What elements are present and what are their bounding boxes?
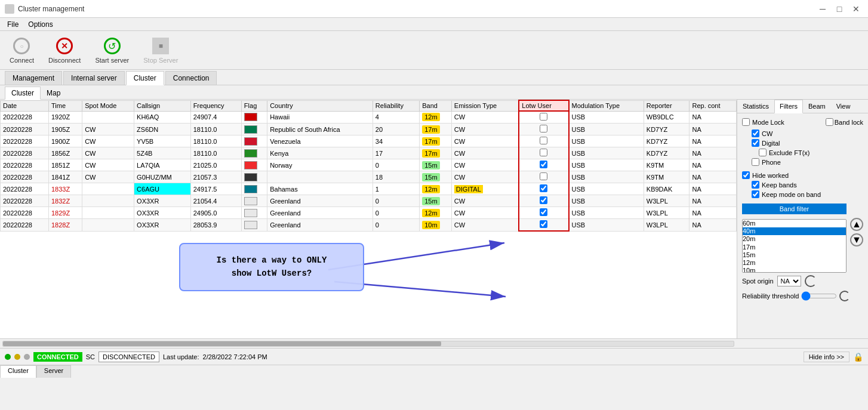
- rp-tab-view[interactable]: View: [831, 100, 856, 113]
- rp-tab-filters[interactable]: Filters: [774, 100, 803, 113]
- spot-mode-cell: CW: [82, 171, 134, 183]
- hide-worked-label: Hide worked: [752, 172, 789, 179]
- lotw-checkbox[interactable]: [540, 149, 547, 156]
- col-modulation-type[interactable]: Modulation Type: [569, 100, 644, 111]
- app-icon: [5, 4, 14, 14]
- reliability-refresh-icon[interactable]: [839, 291, 850, 301]
- mode-lock-checkbox[interactable]: [742, 118, 750, 126]
- lotw-checkbox[interactable]: [540, 113, 547, 121]
- refresh-icon[interactable]: [805, 275, 817, 287]
- reporter-cell: KD7YZ: [644, 147, 690, 159]
- menu-options[interactable]: Options: [23, 19, 57, 29]
- flag-cell: [241, 124, 267, 135]
- minimize-button[interactable]: ─: [815, 3, 830, 15]
- lotw-checkbox[interactable]: [540, 184, 547, 192]
- sub-tab-map[interactable]: Map: [41, 87, 66, 99]
- col-rep-cont[interactable]: Rep. cont: [690, 100, 737, 111]
- menu-file[interactable]: File: [2, 19, 23, 29]
- horizontal-scrollbar[interactable]: [0, 338, 868, 348]
- lotw-checkbox[interactable]: [540, 208, 547, 216]
- frequency-cell: 18110.0: [190, 147, 241, 159]
- lotw-checkbox[interactable]: [540, 220, 547, 228]
- spot-mode-cell: CW: [82, 159, 134, 171]
- maximize-button[interactable]: □: [832, 3, 847, 15]
- bottom-tab-cluster[interactable]: Cluster: [0, 365, 36, 378]
- lotw-checkbox[interactable]: [540, 172, 547, 180]
- modulation-cell: USB: [569, 111, 644, 124]
- band-lock-checkbox[interactable]: [826, 118, 833, 126]
- digital-label: Digital: [762, 140, 780, 147]
- reliability-cell: 1: [373, 183, 419, 195]
- col-reliability[interactable]: Reliability: [373, 100, 419, 111]
- keep-mode-on-band-checkbox[interactable]: [752, 190, 759, 198]
- band-filter-button[interactable]: Band filter: [742, 204, 847, 214]
- disconnect-button[interactable]: ✕ Disconnect: [44, 34, 85, 66]
- hide-info-button[interactable]: Hide info >>: [804, 352, 849, 362]
- flag-cell: [241, 111, 267, 124]
- tab-connection[interactable]: Connection: [165, 71, 217, 85]
- bottom-tab-server[interactable]: Server: [36, 365, 71, 378]
- table-row: 202202281833ZC6AGU24917.5Bahamas112mDIGI…: [1, 183, 737, 195]
- phone-checkbox[interactable]: [752, 158, 759, 166]
- col-spot-mode[interactable]: Spot Mode: [82, 100, 134, 111]
- scroll-down-icon[interactable]: ▼: [850, 233, 863, 246]
- lotw-checkbox[interactable]: [540, 125, 547, 132]
- band-option-40m[interactable]: 40m: [743, 227, 846, 235]
- modulation-cell: USB: [569, 124, 644, 135]
- band-cell: 17m: [420, 135, 452, 147]
- col-frequency[interactable]: Frequency: [190, 100, 241, 111]
- emission-cell: CW: [451, 195, 519, 207]
- table-row: 202202281900ZCWYV5B18110.0Venezuela3417m…: [1, 135, 737, 147]
- band-option-15m[interactable]: 15m: [743, 251, 846, 259]
- band-option-60m[interactable]: 60m: [743, 220, 846, 227]
- exclude-ftx-label: Exclude FT(x): [769, 149, 809, 156]
- table-row: 202202281832ZOX3XR21054.4Greenland015mCW…: [1, 195, 737, 207]
- tab-management[interactable]: Management: [5, 71, 62, 85]
- col-time[interactable]: Time: [48, 100, 82, 111]
- band-option-17m[interactable]: 17m: [743, 243, 846, 251]
- lotw-cell: [519, 219, 568, 232]
- cw-checkbox[interactable]: [752, 130, 759, 137]
- band-option-20m[interactable]: 20m: [743, 235, 846, 243]
- col-date[interactable]: Date: [1, 100, 49, 111]
- reliability-slider[interactable]: [801, 291, 837, 301]
- keep-mode-on-band-label: Keep mode on band: [762, 191, 821, 198]
- col-callsign[interactable]: Callsign: [134, 100, 191, 111]
- band-filter-select[interactable]: 60m 40m 20m 17m 15m 12m 10m: [742, 219, 847, 273]
- band-option-10m[interactable]: 10m: [743, 267, 846, 273]
- col-flag[interactable]: Flag: [241, 100, 267, 111]
- scroll-up-icon[interactable]: ▲: [850, 218, 863, 231]
- lotw-checkbox[interactable]: [540, 196, 547, 204]
- tab-cluster[interactable]: Cluster: [126, 71, 164, 85]
- lotw-cell: [519, 135, 568, 147]
- bottom-tab-bar: Cluster Server: [0, 365, 868, 378]
- col-lotw-user[interactable]: Lotw User: [519, 100, 568, 111]
- keep-bands-checkbox[interactable]: [752, 181, 759, 189]
- close-button[interactable]: ✕: [849, 3, 863, 15]
- col-reporter[interactable]: Reporter: [644, 100, 690, 111]
- hide-worked-checkbox[interactable]: [742, 171, 750, 179]
- sub-tab-cluster[interactable]: Cluster: [5, 87, 41, 100]
- country-cell: Venezuela: [267, 135, 373, 147]
- spot-origin-select[interactable]: NA: [777, 276, 801, 286]
- connect-button[interactable]: ○ Connect: [5, 34, 39, 66]
- rep-cont-cell: NA: [690, 195, 737, 207]
- stop-server-button[interactable]: ■ Stop Server: [138, 34, 183, 66]
- lotw-checkbox[interactable]: [540, 137, 547, 144]
- start-server-button[interactable]: ↺ Start server: [90, 34, 134, 66]
- band-cell: 15m: [420, 159, 452, 171]
- band-option-12m[interactable]: 12m: [743, 259, 846, 267]
- flag-cell: [241, 159, 267, 171]
- digital-checkbox[interactable]: [752, 139, 759, 147]
- country-cell: Kenya: [267, 147, 373, 159]
- col-emission-type[interactable]: Emission Type: [451, 100, 519, 111]
- rp-tab-beam[interactable]: Beam: [803, 100, 831, 113]
- table-row: 202202281856ZCW5Z4B18110.0Kenya1717mCWUS…: [1, 147, 737, 159]
- rp-tab-statistics[interactable]: Statistics: [737, 100, 774, 113]
- col-band[interactable]: Band: [420, 100, 452, 111]
- tab-internal-server[interactable]: Internal server: [63, 71, 125, 85]
- country-cell: Greenland: [267, 219, 373, 232]
- exclude-ftx-checkbox[interactable]: [759, 149, 767, 156]
- lotw-checkbox[interactable]: [540, 161, 547, 168]
- col-country[interactable]: Country: [267, 100, 373, 111]
